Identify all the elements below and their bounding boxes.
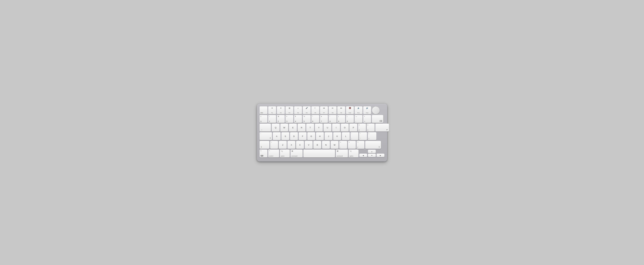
asdf-row: • ⇧ A S D F G H J K L : ; " ' | \ [260, 132, 384, 140]
key-5[interactable]: % 5 [303, 115, 311, 123]
key-f9[interactable]: ⏭ F9 [337, 106, 345, 114]
key-z[interactable]: Z [279, 141, 287, 149]
key-r[interactable]: R [298, 124, 306, 132]
zxcv-row: ⇧ ~ ` Z X C V B N M < , > . ? / ⇧ [260, 141, 384, 149]
key-f8[interactable]: ⏯ F8 [329, 106, 336, 114]
key-g[interactable]: G [307, 132, 315, 140]
key-down-arrow[interactable]: ▼ [368, 154, 376, 157]
key-comma[interactable]: < , [339, 141, 347, 149]
key-semicolon[interactable]: : ; [350, 132, 358, 140]
key-1[interactable]: ! 1 [268, 115, 276, 123]
key-right-command[interactable]: ⌘ command [336, 150, 348, 158]
key-l[interactable]: L [342, 132, 350, 140]
key-left-shift[interactable]: ⇧ [260, 141, 270, 149]
key-4[interactable]: $ 4 [294, 115, 302, 123]
key-h[interactable]: H [316, 132, 324, 140]
key-quote[interactable]: " ' [359, 132, 367, 140]
key-f12[interactable]: 🔊 F12 [363, 106, 371, 114]
key-j[interactable]: J [324, 132, 332, 140]
key-backspace[interactable]: ⌫ [372, 115, 383, 123]
key-f5[interactable]: 🎤 F5 [303, 106, 311, 114]
key-q[interactable]: Q [272, 124, 280, 132]
key-9[interactable]: ( 9 [337, 115, 345, 123]
key-n[interactable]: N [322, 141, 330, 149]
key-f10[interactable]: 🔇 F10 [346, 106, 354, 114]
key-fn-globe[interactable]: fn ⌨ [260, 150, 268, 158]
key-f11[interactable]: 🔉 F11 [354, 106, 362, 114]
key-backslash[interactable]: | \ [368, 132, 376, 140]
key-v[interactable]: V [305, 141, 312, 149]
bottom-row: fn ⌨ ^ control ⌥ option ⌘ command ⌘ comm… [260, 150, 384, 158]
number-row: ± § ! 1 @ 2 # 3 $ 4 % 5 ^ 6 & 7 [260, 115, 384, 123]
key-f7[interactable]: ⏮ F7 [320, 106, 328, 114]
key-left-option[interactable]: ⌥ option [280, 150, 290, 158]
key-dial[interactable] [372, 106, 380, 114]
key-p[interactable]: P [350, 124, 357, 132]
key-c[interactable]: C [296, 141, 304, 149]
key-6[interactable]: ^ 6 [312, 115, 319, 123]
key-k[interactable]: K [333, 132, 341, 140]
key-2[interactable]: @ 2 [277, 115, 285, 123]
key-spacebar[interactable] [303, 150, 335, 158]
key-control[interactable]: ^ control [268, 150, 279, 158]
key-minus[interactable]: — - [354, 115, 362, 123]
key-caps-lock[interactable]: • ⇧ [260, 132, 272, 140]
key-a[interactable]: A [273, 132, 281, 140]
key-b[interactable]: B [313, 141, 321, 149]
key-f[interactable]: F [299, 132, 306, 140]
key-left-arrow[interactable]: ◀ [359, 154, 367, 157]
key-t[interactable]: T [306, 124, 314, 132]
fn-row: esc ☀ F1 ✦ F2 ⊞ F3 ⌕ F4 🎤 F5 ☾ F6 ⏮ F7 [260, 106, 384, 114]
key-7[interactable]: & 7 [320, 115, 328, 123]
key-f1[interactable]: ☀ F1 [268, 106, 276, 114]
key-backtick[interactable]: ~ ` [270, 141, 278, 149]
key-return[interactable]: ↵ [375, 124, 389, 132]
qwerty-row: → Q W E R T Y U I O P { [ } ] ↵ [260, 124, 384, 132]
key-up-arrow[interactable]: ▲ [368, 150, 376, 153]
key-right-shift[interactable]: ⇧ [365, 141, 381, 149]
key-0[interactable]: ) 0 [346, 115, 354, 123]
arrow-keys: ▲ ◀ ▼ ▶ [359, 150, 384, 157]
key-period[interactable]: > . [348, 141, 356, 149]
key-f2[interactable]: ✦ F2 [277, 106, 285, 114]
key-tab[interactable]: → [260, 124, 271, 132]
key-slash[interactable]: ? / [356, 141, 364, 149]
key-8[interactable]: * 8 [329, 115, 336, 123]
key-o[interactable]: O [341, 124, 349, 132]
key-lbracket[interactable]: { [ [358, 124, 366, 132]
key-y[interactable]: Y [315, 124, 323, 132]
key-left-command[interactable]: ⌘ command [290, 150, 302, 158]
key-d[interactable]: D [290, 132, 298, 140]
keyboard: esc ☀ F1 ✦ F2 ⊞ F3 ⌕ F4 🎤 F5 ☾ F6 ⏮ F7 [257, 104, 387, 162]
key-f3[interactable]: ⊞ F3 [286, 106, 293, 114]
key-i[interactable]: I [332, 124, 340, 132]
key-esc[interactable]: esc [260, 106, 268, 114]
key-e[interactable]: E [289, 124, 297, 132]
key-section[interactable]: ± § [260, 115, 268, 123]
key-x[interactable]: X [288, 141, 295, 149]
key-f4[interactable]: ⌕ F4 [294, 106, 302, 114]
key-right-arrow[interactable]: ▶ [376, 154, 384, 157]
key-u[interactable]: U [324, 124, 332, 132]
key-rbracket[interactable]: } ] [367, 124, 374, 132]
key-s[interactable]: S [282, 132, 289, 140]
key-f6[interactable]: ☾ F6 [312, 106, 319, 114]
key-equals[interactable]: + = [363, 115, 371, 123]
key-m[interactable]: M [331, 141, 338, 149]
key-w[interactable]: W [280, 124, 288, 132]
key-3[interactable]: # 3 [286, 115, 293, 123]
key-right-option[interactable]: ⌥ option [349, 150, 358, 158]
